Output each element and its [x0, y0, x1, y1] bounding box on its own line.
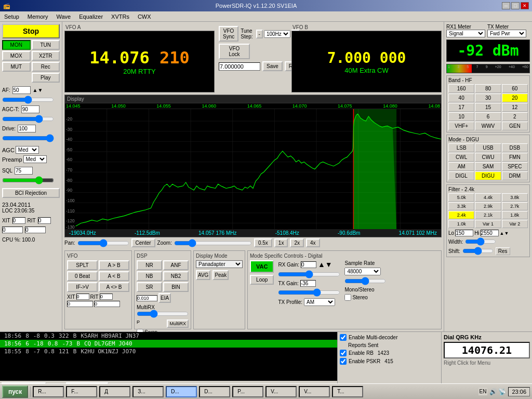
band-30[interactable]: 30 — [475, 94, 501, 102]
close-button[interactable]: ✕ — [521, 2, 529, 9]
enable-pskr-checkbox[interactable] — [340, 358, 347, 365]
filter-44k[interactable]: 4.4k — [475, 193, 501, 202]
menu-setup[interactable]: Setup — [2, 13, 21, 20]
rit-value-input[interactable] — [25, 227, 46, 233]
bci-rejection-button[interactable]: BCI Rejection — [2, 188, 60, 198]
af-input[interactable] — [12, 86, 31, 94]
mox-button[interactable]: MOX — [2, 51, 31, 61]
display-mode-select[interactable]: Panadapter Spectrum Waterfall — [196, 260, 243, 268]
a-to-b-button[interactable]: A > B — [99, 260, 129, 270]
rit-section-input[interactable] — [100, 294, 113, 300]
taskbar-item-p[interactable]: P... — [232, 386, 263, 397]
freq-input[interactable] — [219, 62, 260, 71]
multirx-button[interactable]: MultiRX — [167, 320, 189, 328]
lo-input[interactable] — [455, 230, 473, 236]
mode-dsb[interactable]: DSB — [502, 143, 528, 152]
filter-29k[interactable]: 2.9k — [475, 202, 501, 210]
bin-button[interactable]: BIN — [163, 282, 189, 292]
taskbar-item-f[interactable]: F... — [66, 386, 97, 397]
anf-button[interactable]: ANF — [163, 260, 189, 270]
band-17[interactable]: 17 — [448, 103, 474, 112]
res-button[interactable]: Res — [496, 247, 510, 255]
band-wwv[interactable]: WWV — [475, 122, 501, 130]
agct-input[interactable] — [21, 105, 39, 113]
band-15[interactable]: 15 — [475, 103, 501, 112]
xit-value-input[interactable] — [2, 227, 23, 233]
sql-input[interactable] — [15, 167, 33, 175]
rx-gain-input[interactable] — [301, 261, 316, 268]
peak-button[interactable]: Peak — [212, 270, 229, 280]
menu-xvtrs[interactable]: XVTRs — [109, 13, 131, 20]
band-20[interactable]: 20 — [502, 94, 528, 102]
width-slider[interactable] — [465, 237, 496, 246]
rec-button[interactable]: Rec — [32, 62, 60, 72]
vfo-lock-button[interactable]: VFO Lock — [219, 44, 250, 59]
preamp-select[interactable]: MedOffHigh — [23, 155, 47, 163]
tx-type-select[interactable]: Fwd Pwr — [487, 30, 526, 37]
center-button[interactable]: Center — [131, 238, 155, 247]
tune-minus-button[interactable]: - — [256, 30, 263, 38]
menu-memory[interactable]: Memory — [25, 13, 50, 20]
sr-button[interactable]: SR — [137, 282, 162, 292]
taskbar-item-v[interactable]: V... — [265, 386, 297, 397]
avg-button[interactable]: AVG — [196, 270, 210, 280]
agc-select[interactable]: MedFastSlow — [16, 146, 39, 154]
band-6[interactable]: 6 — [475, 112, 501, 121]
tune-step-select[interactable]: 100Hz1kHz10kHz — [264, 30, 290, 38]
a-lt-b-button[interactable]: A < B — [99, 271, 129, 281]
filter-21k[interactable]: 2.1k — [475, 211, 501, 219]
sample-rate-slider[interactable] — [344, 277, 386, 285]
taskbar-item-r[interactable]: R... — [33, 386, 64, 397]
splt-button[interactable]: SPLT — [67, 260, 98, 270]
sample-rate-select[interactable]: 4800096000 — [344, 268, 381, 275]
menu-wave[interactable]: Wave — [54, 13, 73, 20]
band-gen[interactable]: GEN — [502, 122, 528, 130]
taskbar-item-d[interactable]: Д — [99, 386, 130, 397]
mode-cwu[interactable]: CWU — [475, 153, 501, 162]
tx-profile-select[interactable]: AMSSB — [304, 298, 335, 306]
vac-button[interactable]: VAC — [250, 260, 274, 273]
pan-slider[interactable] — [77, 239, 129, 247]
loop-button[interactable]: Loop — [250, 275, 274, 285]
0beat-button[interactable]: 0 Beat — [67, 271, 98, 281]
mode-sam[interactable]: SAM — [475, 162, 501, 171]
mode-cwl[interactable]: CWL — [448, 153, 474, 162]
minimize-button[interactable]: ─ — [502, 2, 510, 9]
start-button[interactable]: пуск — [2, 385, 28, 398]
tx-gain-input[interactable] — [300, 280, 316, 287]
nr-button[interactable]: NR — [137, 260, 162, 270]
zoom-1-button[interactable]: 1x — [274, 238, 288, 247]
maximize-button[interactable]: □ — [511, 2, 520, 9]
mon-button[interactable]: MON — [2, 40, 31, 50]
xit-section-input[interactable] — [76, 294, 89, 300]
ifv-button[interactable]: IF->V — [67, 282, 98, 292]
menu-equalizer[interactable]: Equalizer — [77, 13, 105, 20]
multirx-slider[interactable] — [137, 310, 189, 317]
filter-18k[interactable]: 1.8k — [502, 211, 528, 219]
eia-button[interactable]: EIA — [158, 293, 171, 303]
enable-multi-decoder-checkbox[interactable] — [340, 334, 347, 341]
taskbar-item-z[interactable]: З... — [132, 386, 164, 397]
tx-gain-slider[interactable] — [278, 288, 340, 297]
af-slider[interactable] — [2, 96, 54, 104]
sql-slider[interactable] — [2, 176, 54, 184]
xit-val2[interactable] — [67, 301, 93, 307]
rx-gain-slider[interactable] — [278, 270, 340, 278]
band-60[interactable]: 60 — [502, 84, 528, 93]
filter-33k[interactable]: 3.3k — [448, 202, 474, 210]
filter-var2[interactable]: Var 2 — [502, 220, 528, 228]
filter-27k[interactable]: 2.7k — [502, 202, 528, 210]
filter-var1[interactable]: Var 1 — [475, 220, 501, 228]
xit-input[interactable] — [12, 217, 25, 224]
rit-val2[interactable] — [94, 301, 120, 307]
band-12[interactable]: 12 — [502, 103, 528, 112]
taskbar-item-d3[interactable]: D... — [199, 386, 230, 397]
filter-1k[interactable]: 1.0k — [448, 220, 474, 228]
save-button[interactable]: Save — [262, 61, 283, 71]
nb-button[interactable]: NB — [137, 271, 162, 281]
mode-fmn[interactable]: FMN — [502, 153, 528, 162]
filter-24k[interactable]: 2.4k — [448, 211, 474, 219]
x2tr-button[interactable]: X2TR — [32, 51, 60, 61]
mode-drm[interactable]: DRM — [502, 171, 528, 180]
taskbar-item-d2[interactable]: D... — [166, 386, 197, 397]
